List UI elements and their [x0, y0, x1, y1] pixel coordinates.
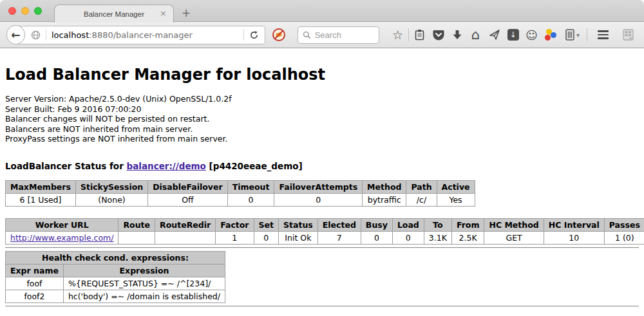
- col-worker-url: Worker URL: [6, 218, 118, 231]
- back-button[interactable]: ←: [6, 25, 25, 44]
- tab-balancer-manager[interactable]: Balancer Manager ×: [54, 5, 174, 23]
- downloads-icon[interactable]: [448, 25, 466, 44]
- cell-set: 0: [254, 231, 278, 244]
- menu-hamburger-icon[interactable]: [594, 25, 612, 44]
- worker-url-link[interactable]: http://www.example.com/: [10, 233, 113, 243]
- section-divider: [5, 247, 639, 248]
- toolbar-icons: ☆ ⌂ ↓ ☺ ▾: [388, 25, 638, 44]
- col-busy: Busy: [361, 218, 392, 231]
- new-tab-button[interactable]: +: [182, 6, 191, 19]
- navigation-toolbar: ← localhost:8880/balancer-manager ☆: [0, 22, 644, 48]
- url-text[interactable]: localhost:8880/balancer-manager: [52, 30, 193, 40]
- clipboard-icon[interactable]: [410, 25, 429, 44]
- col-load: Load: [392, 218, 424, 231]
- notice-line-1: Balancer changes will NOT be persisted o…: [5, 114, 639, 124]
- colored-dots-extension-icon[interactable]: [541, 25, 560, 44]
- col-route: Route: [118, 218, 155, 231]
- cell-expression-1: %{REQUEST_STATUS} =~ /^[234]/: [63, 277, 225, 290]
- tab-close-icon[interactable]: ×: [160, 9, 167, 18]
- server-version-line: Server Version: Apache/2.5.0-dev (Unix) …: [5, 94, 639, 104]
- cell-method: bytraffic: [363, 193, 406, 206]
- zoom-window-button[interactable]: [34, 7, 42, 15]
- titlebar: Balancer Manager × +: [0, 0, 644, 22]
- toolbar-separator2: [587, 28, 587, 41]
- worker-data-row: http://www.example.com/ 1 0 Init Ok 7 0 …: [6, 231, 644, 244]
- back-arrow-icon: ←: [11, 30, 20, 41]
- cell-path: /c/: [406, 193, 437, 206]
- col-hc-interval: HC Interval: [544, 218, 604, 231]
- col-hc-method: HC Method: [484, 218, 544, 231]
- balancer-header-row: MaxMembers StickySession DisableFailover…: [6, 180, 475, 193]
- col-factor: Factor: [216, 218, 254, 231]
- search-icon: [303, 31, 311, 39]
- send-plane-icon[interactable]: [485, 25, 504, 44]
- bookmark-star-icon[interactable]: ☆: [388, 25, 407, 44]
- col-disablefailover: DisableFailover: [148, 180, 227, 193]
- cell-timeout: 0: [227, 193, 274, 206]
- balancer-demo-link[interactable]: balancer://demo: [127, 161, 206, 171]
- container-extension-icon[interactable]: ▾: [560, 25, 585, 44]
- close-window-button[interactable]: [8, 7, 16, 15]
- browser-window: Balancer Manager × + ← localhost:8880/ba…: [0, 0, 644, 316]
- home-icon[interactable]: ⌂: [466, 25, 485, 44]
- cell-busy: 0: [361, 231, 392, 244]
- cell-passes: 1 (0): [604, 231, 644, 244]
- cell-status: Init Ok: [279, 231, 318, 244]
- cell-factor: 1: [216, 231, 254, 244]
- pocket-icon[interactable]: [429, 25, 448, 44]
- col-set: Set: [254, 218, 278, 231]
- col-routeredir: RouteRedir: [155, 218, 216, 231]
- col-failoverattempts: FailoverAttempts: [274, 180, 363, 193]
- cell-stickysession: (None): [75, 193, 147, 206]
- col-expression: Expression: [63, 264, 225, 277]
- col-timeout: Timeout: [227, 180, 274, 193]
- feedback-smiley-icon[interactable]: ☺: [522, 25, 541, 44]
- window-controls: [8, 7, 42, 15]
- health-row-foof2: foof2 hc('body') =~ /domain is establish…: [6, 290, 225, 302]
- flash-blocked-icon[interactable]: [272, 28, 286, 42]
- minimize-window-button[interactable]: [21, 7, 29, 15]
- health-check-table: Health check cond. expressions: Expr nam…: [5, 251, 225, 303]
- cell-from: 2.5K: [451, 231, 484, 244]
- balancer-status-table: MaxMembers StickySession DisableFailover…: [5, 180, 475, 207]
- page-end-divider: [5, 306, 639, 307]
- worker-header-row: Worker URL Route RouteRedir Factor Set S…: [6, 218, 644, 231]
- cell-elected: 7: [317, 231, 361, 244]
- page-title: Load Balancer Manager for localhost: [5, 66, 639, 84]
- loadbalancer-heading: LoadBalancer Status for balancer://demo …: [5, 161, 639, 171]
- reload-button[interactable]: [249, 30, 259, 40]
- search-bar[interactable]: [298, 26, 379, 44]
- url-path: :8880/balancer-manager: [89, 30, 193, 40]
- col-passes: Passes: [604, 218, 644, 231]
- grid-extension-icon[interactable]: [619, 25, 638, 44]
- cell-to: 3.1K: [424, 231, 451, 244]
- cell-expr-name-1: foof: [6, 277, 64, 290]
- cell-disablefailover: Off: [148, 193, 227, 206]
- search-input[interactable]: [315, 30, 373, 40]
- heading-suffix: [p4420eeae_demo]: [206, 161, 303, 171]
- health-table-title: Health check cond. expressions:: [6, 251, 225, 264]
- health-title-row: Health check cond. expressions:: [6, 251, 225, 264]
- col-path: Path: [406, 180, 437, 193]
- col-stickysession: StickySession: [75, 180, 147, 193]
- url-bar[interactable]: localhost:8880/balancer-manager: [15, 26, 265, 44]
- col-expr-name: Expr name: [6, 264, 64, 277]
- notice-line-2: Balancers are NOT inherited from main se…: [5, 124, 639, 135]
- col-method: Method: [363, 180, 406, 193]
- col-maxmembers: MaxMembers: [6, 180, 76, 193]
- dropdown-caret-icon: ▾: [576, 32, 580, 39]
- cell-hc-interval: 10: [544, 231, 604, 244]
- notice-line-3: ProxyPass settings are NOT inherited fro…: [5, 134, 639, 144]
- toolbar-separator: [408, 28, 409, 41]
- video-download-icon[interactable]: ↓: [504, 25, 522, 44]
- cell-failoverattempts: 0: [274, 193, 363, 206]
- server-built-line: Server Built: Feb 9 2016 07:00:20: [5, 104, 639, 115]
- col-active: Active: [437, 180, 475, 193]
- cell-active: Yes: [437, 193, 475, 206]
- health-row-foof: foof %{REQUEST_STATUS} =~ /^[234]/: [6, 277, 225, 290]
- col-from: From: [451, 218, 484, 231]
- col-status: Status: [279, 218, 318, 231]
- globe-icon: [31, 30, 41, 40]
- cell-route: [118, 231, 155, 244]
- health-header-row: Expr name Expression: [6, 264, 225, 277]
